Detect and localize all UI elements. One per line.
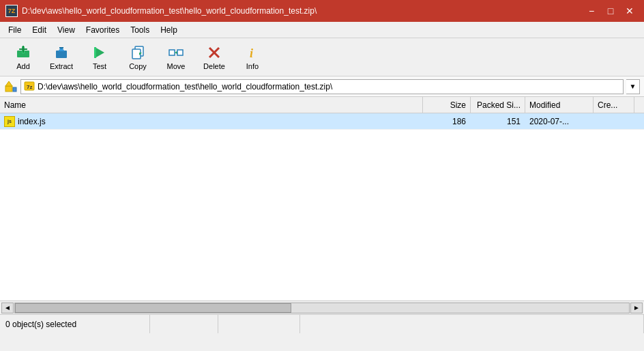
extract-label: Extract	[50, 62, 73, 70]
scroll-left-button[interactable]: ◄	[1, 303, 14, 313]
title-bar-left: 7Z D:\dev\aws\hello_world_cloudformation…	[5, 5, 317, 17]
scroll-right-button[interactable]: ►	[630, 303, 643, 313]
svg-rect-9	[94, 47, 96, 58]
file-list-container: Name Size Packed Si... Modified Cre... j…	[0, 97, 644, 300]
menu-edit[interactable]: Edit	[27, 23, 52, 37]
extract-icon	[53, 44, 70, 61]
svg-text:7z: 7z	[27, 84, 32, 90]
copy-icon	[130, 44, 146, 61]
status-selected: 0 object(s) selected	[0, 315, 150, 333]
address-input-box[interactable]: 7z D:\dev\aws\hello_world_cloudformation…	[20, 79, 624, 94]
minimize-button[interactable]: −	[583, 3, 600, 18]
svg-marker-8	[95, 47, 104, 58]
cell-packed: 151	[471, 113, 525, 129]
menu-tools[interactable]: Tools	[125, 23, 155, 37]
extract-button[interactable]: Extract	[44, 41, 79, 74]
move-label: Move	[167, 62, 186, 70]
move-icon	[168, 44, 184, 61]
test-button[interactable]: Test	[82, 41, 117, 74]
add-button[interactable]: Add	[5, 41, 41, 74]
delete-button[interactable]: Delete	[196, 41, 232, 74]
maximize-button[interactable]: □	[602, 3, 619, 18]
col-header-size[interactable]: Size	[423, 97, 471, 113]
menu-favorites[interactable]: Favorites	[80, 23, 125, 37]
status-segment-4	[300, 315, 644, 333]
title-bar: 7Z D:\dev\aws\hello_world_cloudformation…	[0, 0, 644, 22]
toolbar: Add Extract Test	[0, 38, 644, 76]
cell-size: 186	[423, 113, 471, 129]
address-dropdown-button[interactable]: ▼	[626, 79, 640, 94]
test-label: Test	[93, 62, 106, 70]
title-bar-controls: − □ ✕	[583, 3, 639, 18]
delete-label: Delete	[203, 62, 225, 70]
info-button[interactable]: i Info	[235, 41, 270, 74]
scroll-track[interactable]	[14, 303, 630, 313]
col-header-crc[interactable]: Cre...	[594, 97, 634, 113]
close-button[interactable]: ✕	[621, 3, 639, 18]
scroll-thumb[interactable]	[15, 303, 291, 313]
add-icon	[15, 44, 31, 61]
status-segment-3	[218, 315, 300, 333]
menu-view[interactable]: View	[52, 23, 80, 37]
info-icon: i	[244, 44, 261, 61]
file-list-header: Name Size Packed Si... Modified Cre...	[0, 97, 644, 113]
svg-marker-20	[5, 81, 12, 86]
copy-label: Copy	[129, 62, 147, 70]
address-text: D:\dev\aws\hello_world_cloudformation_te…	[38, 82, 332, 92]
svg-rect-19	[5, 86, 12, 92]
menu-bar: File Edit View Favorites Tools Help	[0, 22, 644, 38]
svg-rect-13	[169, 50, 175, 55]
svg-text:i: i	[250, 46, 253, 60]
col-header-packed[interactable]: Packed Si...	[471, 97, 525, 113]
move-button[interactable]: Move	[158, 41, 194, 74]
status-segment-2	[150, 315, 218, 333]
table-row[interactable]: js index.js 186 151 2020-07-...	[0, 113, 644, 130]
col-header-modified[interactable]: Modified	[525, 97, 594, 113]
address-bar: 7z D:\dev\aws\hello_world_cloudformation…	[0, 76, 644, 97]
col-header-name[interactable]: Name	[0, 97, 423, 113]
delete-icon	[206, 44, 222, 61]
svg-rect-15	[177, 50, 183, 55]
status-bar: 0 object(s) selected	[0, 314, 644, 333]
cell-modified: 2020-07-...	[525, 113, 594, 129]
window-title: D:\dev\aws\hello_world_cloudformation_te…	[22, 6, 317, 16]
app-icon: 7Z	[5, 5, 18, 17]
test-icon	[91, 44, 108, 61]
menu-help[interactable]: Help	[155, 23, 183, 37]
cell-crc	[594, 113, 634, 129]
svg-rect-5	[56, 51, 67, 58]
menu-file[interactable]: File	[3, 23, 27, 37]
add-label: Add	[16, 62, 30, 70]
info-label: Info	[246, 62, 259, 70]
horizontal-scrollbar[interactable]: ◄ ►	[0, 300, 644, 314]
file-name: index.js	[18, 117, 46, 126]
cell-name: js index.js	[0, 113, 423, 129]
nav-up-button[interactable]	[4, 80, 18, 94]
js-file-icon: js	[4, 116, 15, 127]
svg-rect-21	[13, 87, 16, 92]
svg-rect-7	[59, 47, 63, 48]
empty-file-area	[0, 130, 644, 300]
copy-button[interactable]: Copy	[120, 41, 156, 74]
